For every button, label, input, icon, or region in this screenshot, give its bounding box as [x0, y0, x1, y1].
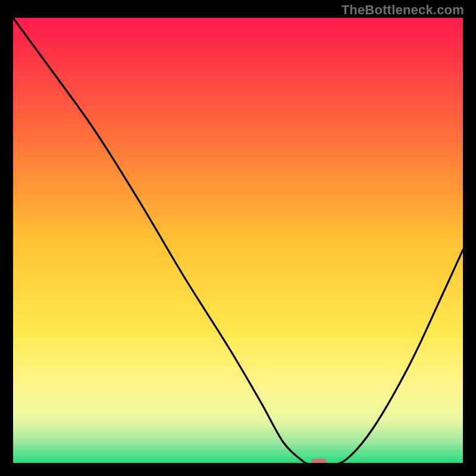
- chart-svg: [13, 18, 463, 464]
- chart-background: [13, 18, 463, 464]
- watermark-text: TheBottleneck.com: [342, 2, 464, 18]
- plot-area: [13, 18, 463, 464]
- chart-container: TheBottleneck.com: [0, 0, 476, 476]
